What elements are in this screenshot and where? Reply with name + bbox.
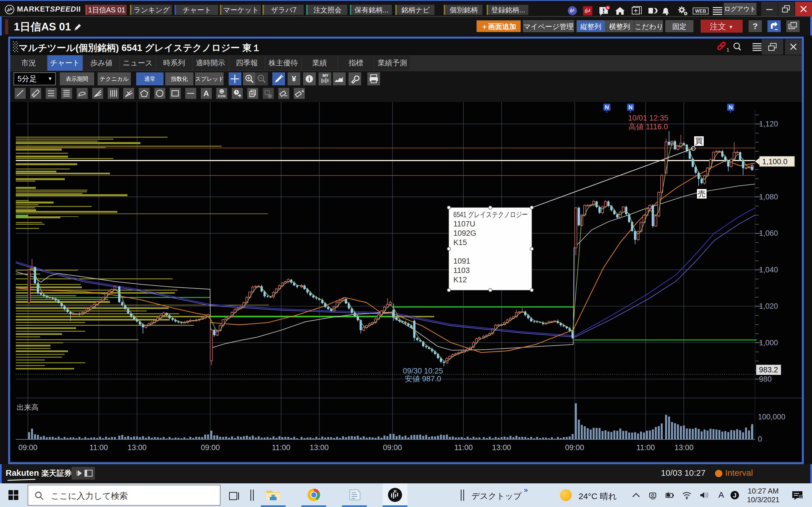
svg-text:09:00: 09:00 bbox=[18, 443, 38, 452]
svg-text:i: i bbox=[308, 75, 310, 82]
svg-text:安値 987.0: 安値 987.0 bbox=[405, 375, 441, 383]
svg-text:高値 1116.0: 高値 1116.0 bbox=[628, 122, 668, 131]
svg-text:K12: K12 bbox=[453, 276, 467, 284]
svg-text:出来高: 出来高 bbox=[17, 403, 39, 411]
svg-text:1,120: 1,120 bbox=[759, 120, 778, 128]
svg-text:1,100.0: 1,100.0 bbox=[762, 158, 788, 166]
svg-text:0: 0 bbox=[758, 435, 762, 443]
svg-text:ICON: ICON bbox=[218, 94, 225, 98]
svg-text:13:00: 13:00 bbox=[492, 443, 511, 452]
svg-text:13:00: 13:00 bbox=[310, 443, 329, 452]
svg-text:1,040: 1,040 bbox=[759, 266, 778, 274]
svg-text:09:00: 09:00 bbox=[383, 443, 402, 452]
svg-text:1: 1 bbox=[726, 47, 729, 53]
svg-text:13:00: 13:00 bbox=[128, 443, 147, 452]
svg-text:1,080: 1,080 bbox=[759, 193, 778, 201]
svg-text:980: 980 bbox=[759, 375, 772, 383]
svg-text:1,000: 1,000 bbox=[759, 339, 778, 347]
svg-text:10/01 12:35: 10/01 12:35 bbox=[628, 114, 668, 122]
svg-text:WEB: WEB bbox=[695, 8, 706, 14]
svg-text:買: 買 bbox=[695, 137, 703, 145]
svg-text:A: A bbox=[718, 490, 724, 499]
svg-text:11:00: 11:00 bbox=[272, 443, 290, 452]
svg-text:売: 売 bbox=[698, 189, 706, 198]
svg-text:1107U: 1107U bbox=[453, 220, 475, 228]
svg-text:09:00: 09:00 bbox=[201, 443, 220, 452]
svg-text:K15: K15 bbox=[453, 238, 467, 247]
svg-text:N: N bbox=[605, 104, 609, 110]
svg-text:100,000: 100,000 bbox=[758, 413, 785, 421]
svg-text:N: N bbox=[628, 104, 632, 110]
svg-text:983.2: 983.2 bbox=[759, 365, 778, 374]
svg-text:1,020: 1,020 bbox=[759, 302, 778, 311]
svg-text:MY: MY bbox=[322, 73, 329, 78]
svg-text:09:00: 09:00 bbox=[565, 443, 584, 452]
svg-text:1103: 1103 bbox=[453, 266, 470, 275]
svg-text:1,060: 1,060 bbox=[759, 229, 778, 237]
svg-text:11:00: 11:00 bbox=[637, 443, 655, 452]
svg-text:A: A bbox=[301, 89, 304, 93]
svg-text:R: R bbox=[394, 489, 397, 494]
svg-text:1091: 1091 bbox=[453, 257, 470, 265]
svg-text:11:00: 11:00 bbox=[89, 443, 108, 452]
svg-text:A: A bbox=[204, 89, 209, 98]
svg-text:13:00: 13:00 bbox=[674, 443, 694, 452]
svg-text:11:00: 11:00 bbox=[454, 443, 473, 452]
svg-text:N: N bbox=[728, 104, 732, 110]
svg-text:J: J bbox=[733, 492, 737, 499]
svg-text:1092G: 1092G bbox=[453, 229, 476, 237]
svg-text:N: N bbox=[607, 6, 609, 10]
svg-text:09/30 10:25: 09/30 10:25 bbox=[403, 367, 443, 375]
svg-text:6541 グレイステクノロジー: 6541 グレイステクノロジー bbox=[453, 210, 528, 219]
